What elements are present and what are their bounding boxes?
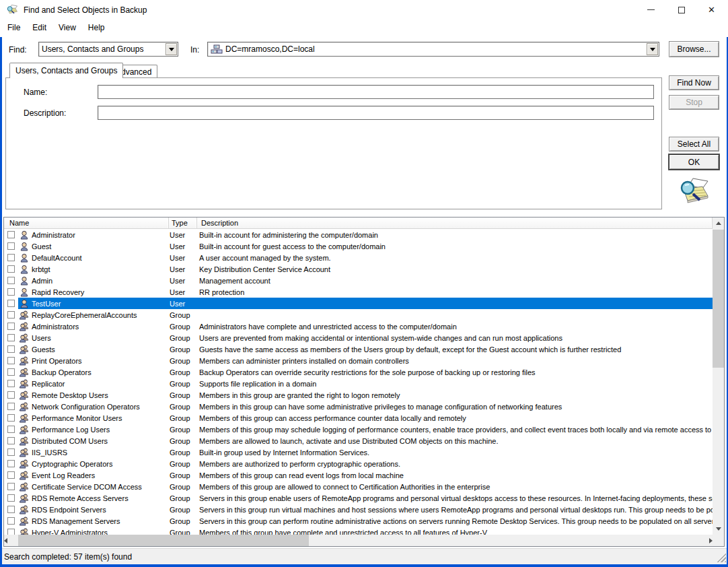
list-item[interactable]: RDS Endpoint ServersGroupServers in this… (4, 504, 713, 515)
chevron-down-icon (716, 527, 721, 531)
ok-button[interactable]: OK (669, 154, 719, 170)
row-content: TestUserUser (18, 298, 713, 309)
find-combobox[interactable]: Users, Contacts and Groups (38, 42, 178, 57)
row-content: Hyper-V AdministratorsGroupMembers of th… (18, 527, 713, 535)
row-checkbox[interactable] (7, 380, 15, 387)
close-button[interactable]: ✕ (696, 0, 727, 20)
row-checkbox[interactable] (7, 345, 15, 353)
row-checkbox[interactable] (7, 334, 15, 341)
list-item[interactable]: Network Configuration OperatorsGroupMemb… (4, 401, 713, 412)
list-item[interactable]: AdministratorUserBuilt-in account for ad… (4, 229, 713, 240)
list-item[interactable]: RDS Management ServersGroupServers in th… (4, 515, 713, 527)
in-combobox[interactable]: DC=mramosco,DC=local (207, 42, 659, 57)
list-item[interactable]: AdminUserManagement account (4, 275, 713, 286)
row-checkbox[interactable] (7, 242, 15, 250)
tab-users-contacts-groups[interactable]: Users, Contacts and Groups (9, 63, 123, 78)
minimize-button[interactable] (636, 0, 666, 20)
checkbox-cell (4, 469, 18, 481)
column-header-description[interactable]: Description (197, 218, 713, 228)
scroll-down-button[interactable] (713, 523, 724, 535)
title-bar[interactable]: Find and Select Objects in Backup ✕ (0, 0, 728, 20)
vertical-scrollbar[interactable] (713, 218, 724, 546)
list-item[interactable]: GuestUserBuilt-in account for guest acce… (4, 240, 713, 252)
row-type: Group (167, 448, 195, 457)
row-checkbox[interactable] (7, 471, 15, 479)
group-icon (19, 504, 30, 514)
row-checkbox[interactable] (7, 403, 15, 410)
name-input[interactable] (98, 85, 654, 99)
vertical-scrollbar-thumb[interactable] (713, 230, 724, 368)
row-checkbox[interactable] (7, 529, 15, 535)
find-combobox-dropdown-button[interactable] (166, 43, 177, 55)
column-header-name[interactable]: Name (4, 218, 169, 228)
list-item[interactable]: AdministratorsGroupAdministrators have c… (4, 321, 713, 332)
row-checkbox[interactable] (7, 311, 15, 319)
row-checkbox[interactable] (7, 254, 15, 261)
row-name: Admin (32, 277, 167, 285)
row-type: Group (167, 323, 195, 331)
row-checkbox[interactable] (7, 460, 15, 467)
checkbox-cell (4, 332, 18, 343)
menu-bar: File Edit View Help (1, 20, 728, 35)
list-item[interactable]: Event Log ReadersGroupMembers of this gr… (4, 469, 713, 481)
list-item[interactable]: Backup OperatorsGroupBackup Operators ca… (4, 366, 713, 378)
row-checkbox[interactable] (7, 426, 15, 433)
row-checkbox[interactable] (7, 357, 15, 364)
list-item[interactable]: TestUserUser (4, 298, 713, 309)
find-now-button[interactable]: Find Now (669, 75, 719, 90)
in-combobox-dropdown-button[interactable] (647, 43, 658, 55)
row-checkbox[interactable] (7, 483, 15, 490)
list-item[interactable]: IIS_IUSRSGroupBuilt-in group used by Int… (4, 446, 713, 458)
row-checkbox[interactable] (7, 231, 15, 238)
menu-help[interactable]: Help (82, 21, 111, 34)
row-type: User (167, 288, 195, 296)
horizontal-scrollbar-thumb[interactable] (18, 535, 309, 546)
row-checkbox[interactable] (7, 414, 15, 422)
list-item[interactable]: Performance Log UsersGroupMembers of thi… (4, 424, 713, 435)
browse-button[interactable]: Browse... (669, 41, 719, 57)
row-checkbox[interactable] (7, 517, 15, 525)
list-item[interactable]: Performance Monitor UsersGroupMembers of… (4, 412, 713, 424)
row-checkbox[interactable] (7, 368, 15, 376)
list-item[interactable]: Rapid RecoveryUserRR protection (4, 286, 713, 298)
menu-file[interactable]: File (1, 21, 26, 34)
row-checkbox[interactable] (7, 391, 15, 399)
row-checkbox[interactable] (7, 448, 15, 456)
row-checkbox[interactable] (7, 323, 15, 330)
column-header-type[interactable]: Type (169, 218, 197, 228)
row-checkbox[interactable] (7, 494, 15, 502)
list-item[interactable]: RDS Remote Access ServersGroupServers in… (4, 492, 713, 504)
stop-button[interactable]: Stop (669, 95, 719, 110)
list-item[interactable]: krbtgtUserKey Distribution Center Servic… (4, 263, 713, 275)
horizontal-scrollbar[interactable] (4, 535, 713, 546)
resize-grip-icon[interactable] (717, 553, 726, 562)
list-item[interactable]: Print OperatorsGroupMembers can administ… (4, 355, 713, 366)
row-checkbox[interactable] (7, 277, 15, 284)
row-content: Rapid RecoveryUserRR protection (18, 286, 713, 298)
description-input[interactable] (98, 106, 654, 120)
menu-view[interactable]: View (52, 21, 82, 34)
row-checkbox[interactable] (7, 288, 15, 296)
list-item[interactable]: Cryptographic OperatorsGroupMembers are … (4, 458, 713, 469)
list-item[interactable]: ReplicatorGroupSupports file replication… (4, 378, 713, 389)
row-checkbox[interactable] (7, 437, 15, 444)
list-item[interactable]: Distributed COM UsersGroupMembers are al… (4, 435, 713, 446)
list-item[interactable]: Hyper-V AdministratorsGroupMembers of th… (4, 527, 713, 535)
row-checkbox[interactable] (7, 265, 15, 273)
menu-edit[interactable]: Edit (26, 21, 52, 34)
row-checkbox[interactable] (7, 300, 15, 307)
list-item[interactable]: ReplayCoreEphemeralAccountsGroup (4, 309, 713, 321)
row-checkbox[interactable] (7, 506, 15, 513)
row-name: Administrators (32, 323, 167, 331)
list-item[interactable]: Certificate Service DCOM AccessGroupMemb… (4, 481, 713, 492)
list-item[interactable]: GuestsGroupGuests have the same access a… (4, 343, 713, 355)
list-item[interactable]: UsersGroupUsers are prevented from makin… (4, 332, 713, 343)
maximize-button[interactable] (666, 0, 696, 20)
list-item[interactable]: Remote Desktop UsersGroupMembers in this… (4, 389, 713, 401)
select-all-button[interactable]: Select All (669, 137, 719, 152)
checkbox-cell (4, 401, 18, 412)
scroll-up-button[interactable] (713, 218, 724, 229)
row-description: Guests have the same access as members o… (195, 345, 713, 354)
list-item[interactable]: DefaultAccountUserA user account managed… (4, 252, 713, 263)
checkbox-cell (4, 435, 18, 446)
